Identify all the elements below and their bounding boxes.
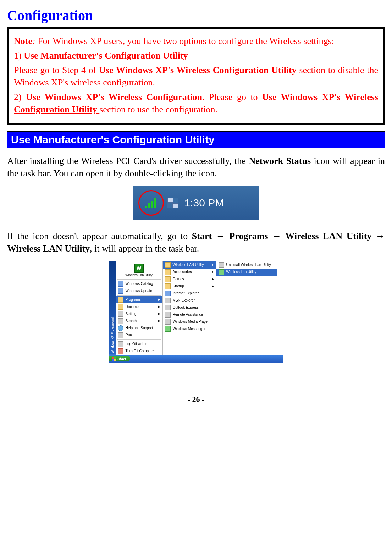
menu-label: Remote Assistance bbox=[173, 313, 203, 316]
submenu-item-accessories[interactable]: Accessories▶ bbox=[163, 269, 216, 276]
folder-icon bbox=[165, 262, 171, 268]
remote-assist-icon bbox=[165, 312, 171, 318]
startmenu-wlu-submenu: Uninstall Wireless Lan Utility Wireless … bbox=[216, 261, 277, 355]
arrow-icon: → bbox=[272, 231, 281, 241]
shutdown-icon bbox=[118, 348, 123, 354]
section-header: Use Manufacturer's Configuration Utility bbox=[7, 131, 385, 148]
wireless-utility-icon: W bbox=[134, 264, 144, 273]
submenu-item-startup[interactable]: Startup▶ bbox=[163, 283, 216, 290]
submenu-item-ie[interactable]: Internet Explorer bbox=[163, 290, 216, 297]
folder-icon bbox=[165, 269, 171, 275]
chevron-right-icon: ▶ bbox=[158, 312, 160, 315]
opt2-a: . Please go to bbox=[202, 92, 262, 102]
page-title: Configuration bbox=[7, 7, 385, 24]
messenger-icon bbox=[165, 326, 171, 332]
menu-label: Windows Messenger bbox=[173, 327, 206, 331]
note-option-1-title: 1) Use Manufacturer's Configuration Util… bbox=[14, 49, 378, 62]
folder-icon bbox=[165, 283, 171, 289]
msn-icon bbox=[165, 298, 171, 303]
paragraph-1: After installing the Wireless PCI Card's… bbox=[7, 155, 385, 180]
opt2-b: section to use the configuration bbox=[99, 104, 215, 115]
submenu-item-wireless-lan-utility-app[interactable]: Wireless Lan Utility bbox=[216, 269, 277, 276]
taskbar: start bbox=[109, 355, 283, 363]
chevron-right-icon: ▶ bbox=[158, 298, 160, 301]
menu-label: Wireless LAN Utility bbox=[173, 263, 204, 267]
submenu-item-uninstall-wlu[interactable]: Uninstall Wireless Lan Utility bbox=[216, 261, 277, 269]
startmenu-pinned-app[interactable]: W Wireless Lan Utility bbox=[116, 262, 162, 278]
opt1-bold: Use Windows XP's Wireless Configuration … bbox=[99, 65, 297, 75]
submenu-item-games[interactable]: Games▶ bbox=[163, 276, 216, 283]
chevron-right-icon: ▶ bbox=[158, 305, 160, 308]
opt1-num: 1) bbox=[14, 50, 24, 61]
menu-label: Documents bbox=[126, 305, 144, 309]
submenu-item-wmp[interactable]: Windows Media Player bbox=[163, 318, 216, 325]
menu-label: Log Off writer... bbox=[126, 342, 150, 346]
chevron-right-icon: ▶ bbox=[212, 263, 214, 266]
note-intro-text: For Windows XP users, you have two optio… bbox=[35, 36, 334, 46]
paragraph-2: If the icon doesn't appear automatically… bbox=[7, 230, 385, 255]
note-box: Note: For Windows XP users, you have two… bbox=[7, 27, 385, 125]
chevron-right-icon: ▶ bbox=[158, 319, 160, 322]
menu-label: Windows Catalog bbox=[126, 282, 153, 286]
menu-label: Help and Support bbox=[126, 326, 153, 330]
chevron-right-icon: ▶ bbox=[212, 285, 214, 288]
startmenu-item-logoff[interactable]: Log Off writer... bbox=[116, 341, 162, 348]
submenu-item-remote-assist[interactable]: Remote Assistance bbox=[163, 311, 216, 318]
chevron-right-icon: ▶ bbox=[212, 270, 214, 274]
arrow-icon: → bbox=[216, 231, 225, 241]
startmenu-item-windows-catalog[interactable]: Windows Catalog bbox=[116, 280, 162, 287]
startmenu-item-settings[interactable]: Settings▶ bbox=[116, 310, 162, 318]
note-option-2: 2) Use Windows XP's Wireless Configurati… bbox=[14, 91, 378, 116]
para2-c: , it will appear in the task bar. bbox=[90, 243, 199, 254]
menu-label: MSN Explorer bbox=[173, 298, 195, 302]
menu-label: Games bbox=[173, 277, 184, 281]
taskbar-clock: 1:30 PM bbox=[184, 197, 224, 209]
note-intro: Note: For Windows XP users, you have two… bbox=[14, 35, 378, 47]
submenu-item-wireless-lan-utility[interactable]: Wireless LAN Utility▶ bbox=[163, 261, 216, 269]
startmenu-screenshot: Windows XP Professional W Wireless Lan U… bbox=[109, 261, 283, 363]
network-connection-icon[interactable] bbox=[167, 198, 178, 208]
startmenu-item-windows-update[interactable]: Windows Update bbox=[116, 287, 162, 294]
menu-label: Search bbox=[126, 319, 137, 323]
startmenu-item-documents[interactable]: Documents▶ bbox=[116, 303, 162, 310]
startmenu-item-help[interactable]: Help and Support bbox=[116, 325, 162, 332]
network-status-icon[interactable] bbox=[145, 198, 158, 208]
para2-wlu2: Wireless LAN Utility bbox=[7, 243, 90, 254]
submenu-item-outlook[interactable]: Outlook Express bbox=[163, 304, 216, 311]
para2-start: Start bbox=[192, 231, 216, 241]
chevron-right-icon: ▶ bbox=[212, 277, 214, 281]
menu-label: Internet Explorer bbox=[173, 291, 199, 295]
para2-a: If the icon doesn't appear automatically… bbox=[7, 231, 192, 241]
settings-icon bbox=[118, 311, 123, 317]
tray-highlight-circle bbox=[138, 190, 164, 216]
start-button[interactable]: start bbox=[109, 356, 131, 361]
opt1-b: of bbox=[89, 65, 99, 75]
opt1-step4-link[interactable]: Step 4 bbox=[59, 65, 89, 75]
opt2-num: 2) bbox=[14, 92, 26, 102]
folder-icon bbox=[165, 276, 171, 282]
folder-icon bbox=[118, 304, 123, 310]
startmenu-left-column: W Wireless Lan Utility Windows Catalog W… bbox=[116, 261, 162, 355]
page-number: - 26 - bbox=[7, 395, 385, 404]
menu-label: Uninstall Wireless Lan Utility bbox=[226, 263, 271, 267]
help-icon bbox=[118, 325, 123, 331]
startmenu-item-search[interactable]: Search▶ bbox=[116, 318, 162, 325]
para1-bold: Network Status bbox=[249, 156, 311, 166]
app-icon bbox=[118, 281, 123, 287]
startmenu-item-run[interactable]: Run... bbox=[116, 332, 162, 339]
ie-icon bbox=[165, 291, 171, 296]
opt2-dot: . bbox=[215, 104, 218, 115]
startmenu-item-shutdown[interactable]: Turn Off Computer... bbox=[116, 348, 162, 355]
note-colon: : bbox=[32, 36, 35, 46]
uninstall-icon bbox=[219, 262, 224, 268]
menu-label: Startup bbox=[173, 284, 184, 288]
opt2-title: Use Windows XP's Wireless Configuration bbox=[26, 92, 202, 102]
start-label: start bbox=[118, 357, 126, 361]
submenu-item-msn[interactable]: MSN Explorer bbox=[163, 297, 216, 304]
submenu-item-messenger[interactable]: Windows Messenger bbox=[163, 325, 216, 332]
app-icon bbox=[118, 288, 123, 294]
note-option-1-body: Please go to Step 4 of Use Windows XP's … bbox=[14, 64, 378, 89]
startmenu-pinned-label: Wireless Lan Utility bbox=[116, 274, 162, 277]
startmenu-programs-submenu: Wireless LAN Utility▶ Accessories▶ Games… bbox=[162, 261, 216, 355]
startmenu-item-programs[interactable]: Programs▶ bbox=[116, 296, 162, 303]
